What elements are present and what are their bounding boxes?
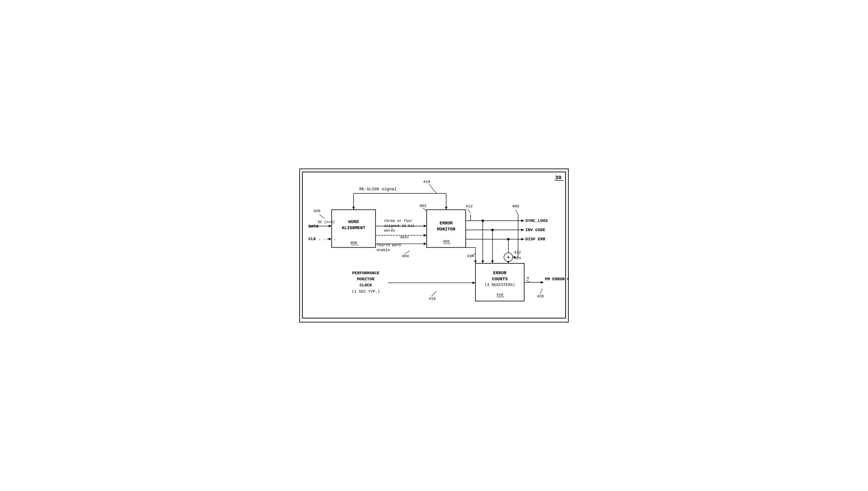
sec-typ-label: (1 SEC TYP.) (352, 289, 380, 294)
data-width: 32 (n=4) (317, 220, 335, 224)
label-enable: enable (377, 248, 390, 253)
inv-code-label: INV CODE (525, 228, 545, 233)
sync-loss-label: SYNC_LOSS (525, 219, 548, 223)
diagram-container: 30 WORD ALIGNMENT 400 ERROR MONITOR 406 … (299, 169, 569, 322)
ref-412: 412 (466, 204, 473, 208)
box-416-ref: 416 (496, 293, 503, 297)
ref-402n: 402n (400, 235, 409, 239)
data-label: DATA (308, 224, 318, 229)
label-words: words (384, 229, 395, 233)
ref-426: 426 (313, 209, 320, 213)
ref-410: 410 (423, 180, 430, 184)
ref-404: 404 (402, 254, 409, 259)
box-400-line1: WORD (348, 220, 359, 225)
ref-402: 402 (419, 204, 426, 208)
pm-error-counts-label: PM ERROR COUNTS (545, 277, 568, 282)
box-416-line1: ERROR (493, 271, 506, 276)
ref-418: 418 (429, 297, 436, 301)
disp-err-label: DISP ERR (525, 237, 545, 242)
box-400-line2: ALIGNMENT (342, 226, 366, 231)
ref-408: 408 (512, 204, 519, 208)
ref-414: 414 (467, 254, 474, 259)
box-406-line1: ERROR (440, 221, 453, 226)
box-416-line3: (4 REGISTERS) (484, 283, 515, 287)
box-400-ref: 400 (350, 241, 357, 245)
label-three-or-four: three or four (384, 219, 413, 223)
realign-signal-label: RE-ALIGN signal (359, 187, 396, 192)
box-406-line2: MONITOR (437, 227, 455, 232)
ref-422: 422 (514, 251, 521, 255)
box-416-line2: COUNTS (492, 277, 508, 282)
clk-label: CLK . . . . (308, 237, 336, 242)
clock-label: CLOCK (360, 283, 372, 288)
ref-420: 420 (537, 294, 544, 299)
monitor-label: MONITOR (357, 277, 374, 282)
box-406-ref: 406 (443, 240, 450, 244)
diagram-title: 30 (555, 175, 562, 181)
ref-424: 424 (514, 256, 521, 260)
count-4-label: 4 (527, 276, 529, 280)
adder-symbol: + (507, 255, 510, 261)
label-aligned: aligned 10-bit (384, 224, 415, 228)
perf-monitor-label: PERFORMANCE (352, 271, 380, 276)
